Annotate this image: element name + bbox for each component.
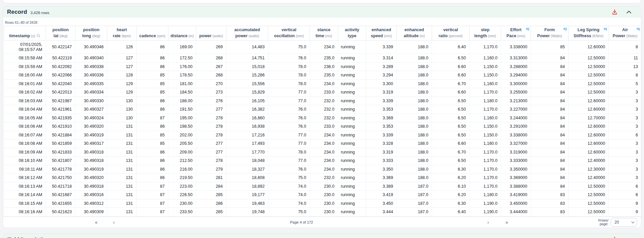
field-description-title: Field Description (7, 236, 49, 238)
table-cell: 76.0 (268, 165, 310, 174)
table-cell: 86 (137, 174, 168, 182)
table-cell: 15,556 (226, 79, 268, 88)
last-page-button[interactable]: » (504, 217, 509, 228)
table-cell: 131 (107, 165, 137, 174)
table-cell: 6.70 (432, 79, 470, 88)
column-header-power[interactable]: power (watts) (196, 26, 226, 41)
table-cell: 86 (137, 148, 168, 157)
column-header-line1: heart (109, 27, 135, 33)
table-cell: 1,180.0 (470, 97, 501, 105)
table-cell: 12.60000 (569, 139, 609, 148)
table-cell: running (338, 174, 366, 182)
table-cell: 08:16:11 AM (4, 165, 46, 174)
column-header-distance[interactable]: distance (m) (168, 26, 196, 41)
table-cell: 205.50 (168, 139, 196, 148)
column-name: rate (113, 34, 120, 38)
table-cell: 84 (531, 71, 569, 80)
column-header-enhanced-altitude[interactable]: enhancedaltitude (m) (397, 26, 432, 41)
download-button[interactable] (611, 9, 618, 15)
column-header-cadence[interactable]: cadence (rpm) (137, 26, 168, 41)
table-cell: 30.490340 (75, 54, 107, 63)
next-page-button[interactable]: › (486, 217, 490, 228)
column-header-activity-type[interactable]: activitytype (338, 26, 366, 41)
table-cell: 84 (531, 62, 569, 71)
column-header-accumulated-power[interactable]: accumulatedpower (watts) (226, 26, 268, 41)
column-name: time (316, 34, 324, 38)
table-cell: 3 (609, 97, 642, 105)
table-cell: 08:16:09 AM (4, 148, 46, 157)
table-row: 08:16:13 AM50.42171830.49031813187223.00… (4, 182, 642, 191)
table-cell: 50.421859 (46, 139, 75, 148)
table-cell: 130 (107, 97, 137, 105)
record-table-body: 07/01/2025, 08:15:57 AM50.42214730.49034… (4, 41, 642, 217)
table-cell: 131 (107, 191, 137, 199)
column-header-form-power[interactable]: IQFormPower (Watts) (531, 26, 569, 41)
column-header-line1: Leg Spring (570, 27, 607, 33)
collapse-panel-button[interactable] (626, 10, 632, 14)
column-header-position-lat[interactable]: positionlat (deg) (46, 26, 75, 41)
column-header-line2: lat (deg) (47, 33, 74, 39)
column-header-stance-time[interactable]: stancetime (ms) (310, 26, 338, 41)
rows-per-page-select[interactable]: 20 (611, 218, 637, 227)
table-cell: 86 (137, 41, 168, 54)
table-row: 08:16:10 AM50.42180730.49031813186212.50… (4, 157, 642, 165)
table-cell: 50.422119 (46, 54, 75, 63)
table-cell: 50.421935 (46, 114, 75, 122)
table-cell: 1,150.0 (470, 71, 501, 80)
table-cell: 50.422147 (46, 41, 75, 54)
column-header-leg-spring-stiffness[interactable]: IQLeg SpringStiffness (KN/m) (569, 26, 609, 41)
table-cell: 78.0 (268, 79, 310, 88)
table-cell: 50.421778 (46, 165, 75, 174)
table-cell: 129 (107, 79, 137, 88)
table-cell: 3.350000 (501, 165, 531, 174)
table-cell: 07/01/2025, 08:15:57 AM (4, 41, 46, 54)
table-cell: 131 (107, 139, 137, 148)
table-cell: 188.0 (397, 88, 432, 97)
table-cell: 77.0 (268, 131, 310, 139)
table-cell: 277 (196, 148, 226, 157)
search-icon[interactable] (36, 34, 41, 38)
table-cell: 188.0 (397, 97, 432, 105)
column-header-vertical-oscillation[interactable]: verticaloscillation (mm) (268, 26, 310, 41)
table-cell: 85 (137, 131, 168, 139)
table-cell: 6.10 (432, 182, 470, 191)
table-cell: 14,751 (226, 54, 268, 63)
table-cell: 77.0 (268, 88, 310, 97)
table-cell: 6.40 (432, 41, 470, 54)
table-cell: 3.419 (366, 191, 397, 199)
column-name: type (348, 34, 357, 38)
record-row-count: 3,428 rows (31, 11, 49, 15)
table-cell: 1,150.0 (470, 122, 501, 131)
column-name: oscillation (274, 34, 295, 38)
column-header-timestamp[interactable]: timestamp (s) (4, 26, 46, 41)
table-cell: 86 (137, 122, 168, 131)
column-header-heart-rate[interactable]: heartrate (bpm) (107, 26, 137, 41)
column-header-air-power[interactable]: IQAirPower (Watts) (609, 26, 642, 41)
table-cell: 209.00 (168, 148, 196, 157)
prev-page-button[interactable]: ‹ (112, 217, 116, 228)
table-cell: 235.0 (310, 54, 338, 63)
column-header-line1: enhanced (368, 27, 395, 33)
first-page-button[interactable]: « (94, 217, 99, 228)
table-cell: 187.0 (397, 208, 432, 217)
table-cell: 3.328 (366, 139, 397, 148)
table-cell: 1,150.0 (470, 62, 501, 71)
table-cell: 76.0 (268, 122, 310, 131)
download-button[interactable] (611, 236, 618, 238)
table-cell: 30.490335 (75, 79, 107, 88)
iq-badge: IQ (526, 27, 529, 31)
table-cell: 83 (531, 208, 569, 217)
column-header-effort-pace[interactable]: IQEffortPace (m/s) (501, 26, 531, 41)
column-header-enhanced-speed[interactable]: enhancedspeed (m/s) (366, 26, 397, 41)
column-header-position-long[interactable]: positionlong (deg) (75, 26, 107, 41)
column-header-line2: type (339, 33, 365, 39)
column-header-vertical-ratio[interactable]: verticalratio (percent) (432, 26, 470, 41)
table-cell: 216.00 (168, 165, 196, 174)
table-cell: 77.0 (268, 97, 310, 105)
column-header-step-length[interactable]: steplength (mm) (470, 26, 501, 41)
table-cell: 1,170.0 (470, 157, 501, 165)
table-cell: 6.30 (432, 165, 470, 174)
table-cell: 3.288000 (501, 62, 531, 71)
table-row: 07/01/2025, 08:15:57 AM50.42214730.49034… (4, 41, 642, 54)
table-cell: running (338, 131, 366, 139)
